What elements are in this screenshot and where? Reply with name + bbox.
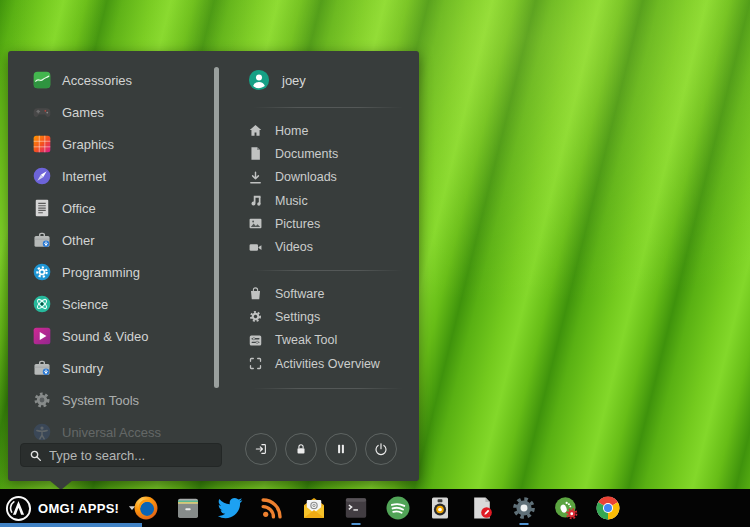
category-graphics[interactable]: Graphics xyxy=(8,128,214,160)
category-label: Games xyxy=(62,105,104,120)
pause-icon xyxy=(334,442,348,456)
launcher-chrome[interactable] xyxy=(595,495,621,521)
session-lock[interactable] xyxy=(285,433,317,465)
category-label: Sound & Video xyxy=(62,329,149,344)
active-indicator xyxy=(0,523,142,527)
place-videos[interactable]: Videos xyxy=(248,235,338,258)
category-label: Accessories xyxy=(62,73,132,88)
launcher-firefox[interactable] xyxy=(133,495,159,521)
launcher-rss-reader[interactable] xyxy=(259,495,285,521)
music-icon xyxy=(248,193,263,208)
place-home[interactable]: Home xyxy=(248,119,338,142)
session-logout[interactable] xyxy=(245,433,277,465)
menu-item-activities-overview[interactable]: Activities Overview xyxy=(248,352,380,375)
system-list: Software Settings Tweak Tool Activities … xyxy=(248,282,380,375)
internet-icon xyxy=(32,166,52,186)
text-editor-icon xyxy=(469,495,495,521)
category-sound-video[interactable]: Sound & Video xyxy=(8,320,214,352)
place-label: Pictures xyxy=(275,217,320,231)
desktop: Accessories Games Graphics Internet xyxy=(0,0,750,527)
software-icon xyxy=(248,286,263,301)
search-input[interactable] xyxy=(49,448,213,463)
place-music[interactable]: Music xyxy=(248,189,338,212)
launcher-settings[interactable] xyxy=(511,495,537,521)
menu-item-software[interactable]: Software xyxy=(248,282,380,305)
launcher-terminal[interactable] xyxy=(343,495,369,521)
tweak-icon xyxy=(248,333,263,348)
category-label: Other xyxy=(62,233,95,248)
category-list: Accessories Games Graphics Internet xyxy=(8,64,214,448)
session-power[interactable] xyxy=(365,433,397,465)
search-box xyxy=(20,443,222,467)
lock-icon xyxy=(294,442,308,456)
system-item-label: Tweak Tool xyxy=(275,333,337,347)
category-other[interactable]: Other xyxy=(8,224,214,256)
places-list: Home Documents Downloads Music xyxy=(248,119,338,259)
place-downloads[interactable]: Downloads xyxy=(248,166,338,189)
logout-icon xyxy=(254,442,268,456)
category-system-tools[interactable]: System Tools xyxy=(8,384,214,416)
tweaks-icon xyxy=(553,495,579,521)
gear-small-icon xyxy=(248,309,263,324)
programming-icon xyxy=(32,262,52,282)
category-label: Programming xyxy=(62,265,140,280)
taskbar-launchers xyxy=(133,489,621,527)
home-icon xyxy=(248,123,263,138)
place-label: Home xyxy=(275,124,308,138)
category-science[interactable]: Science xyxy=(8,288,214,320)
menu-item-settings[interactable]: Settings xyxy=(248,305,380,328)
category-label: Universal Access xyxy=(62,425,161,440)
category-label: Office xyxy=(62,201,96,216)
launcher-twitter[interactable] xyxy=(217,495,243,521)
sound-video-icon xyxy=(32,326,52,346)
video-icon xyxy=(248,240,263,255)
launcher-tweaks[interactable] xyxy=(553,495,579,521)
taskbar: OMG! APPS! xyxy=(0,489,750,527)
separator xyxy=(253,107,403,108)
chrome-icon xyxy=(595,495,621,521)
power-icon xyxy=(374,442,388,456)
launcher-email[interactable] xyxy=(301,495,327,521)
activities-icon xyxy=(248,356,263,371)
file-manager-icon xyxy=(175,495,201,521)
category-office[interactable]: Office xyxy=(8,192,214,224)
place-pictures[interactable]: Pictures xyxy=(248,212,338,235)
scrollbar-thumb[interactable] xyxy=(214,67,219,388)
user-row[interactable]: joey xyxy=(248,69,306,91)
rss-icon xyxy=(259,495,285,521)
launcher-text-editor[interactable] xyxy=(469,495,495,521)
session-buttons xyxy=(245,433,397,465)
category-programming[interactable]: Programming xyxy=(8,256,214,288)
place-documents[interactable]: Documents xyxy=(248,142,338,165)
category-label: Graphics xyxy=(62,137,114,152)
category-sundry[interactable]: Sundry xyxy=(8,352,214,384)
system-tools-icon xyxy=(32,390,52,410)
games-icon xyxy=(32,102,52,122)
user-avatar-icon xyxy=(248,69,270,91)
launcher-file-manager[interactable] xyxy=(175,495,201,521)
category-label: Sundry xyxy=(62,361,103,376)
session-suspend[interactable] xyxy=(325,433,357,465)
download-icon xyxy=(248,170,263,185)
apps-menu-button[interactable]: OMG! APPS! xyxy=(0,489,142,527)
firefox-icon xyxy=(133,495,159,521)
launcher-music-player[interactable] xyxy=(427,495,453,521)
system-item-label: Settings xyxy=(275,310,320,324)
launcher-spotify[interactable] xyxy=(385,495,411,521)
terminal-icon xyxy=(343,495,369,521)
category-label: Internet xyxy=(62,169,106,184)
search-icon xyxy=(29,449,42,462)
category-label: Science xyxy=(62,297,108,312)
menu-item-tweak-tool[interactable]: Tweak Tool xyxy=(248,329,380,352)
document-icon xyxy=(248,146,263,161)
accessories-icon xyxy=(32,70,52,90)
spotify-icon xyxy=(385,495,411,521)
category-games[interactable]: Games xyxy=(8,96,214,128)
category-accessories[interactable]: Accessories xyxy=(8,64,214,96)
apps-button-label: OMG! APPS! xyxy=(38,501,119,516)
place-label: Videos xyxy=(275,240,313,254)
system-item-label: Software xyxy=(275,287,324,301)
category-internet[interactable]: Internet xyxy=(8,160,214,192)
email-icon xyxy=(301,495,327,521)
app-menu-panel: Accessories Games Graphics Internet xyxy=(8,51,419,481)
